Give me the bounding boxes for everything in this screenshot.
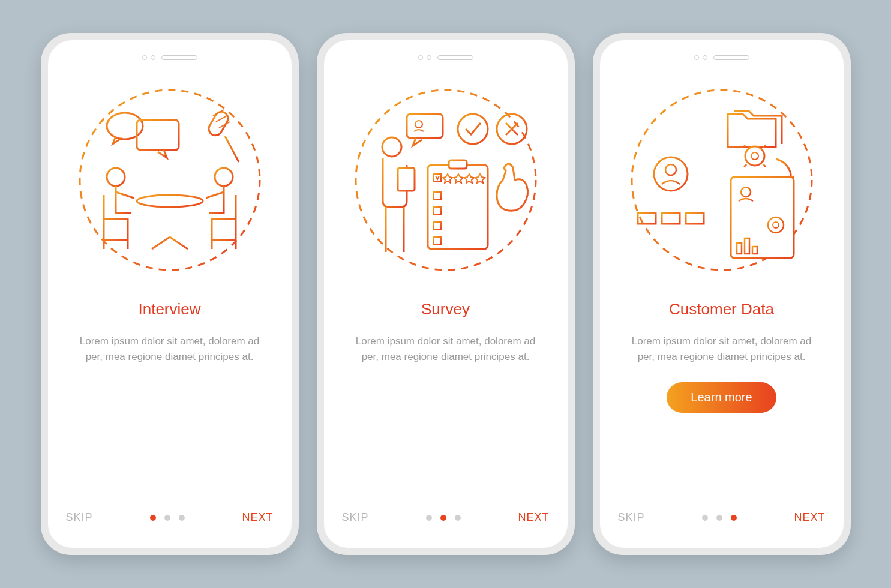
page-dot-1[interactable] [702, 515, 708, 521]
page-dot-2[interactable] [440, 515, 446, 521]
screen-description: Lorem ipsum dolor sit amet, dolorem ad p… [74, 334, 266, 364]
survey-illustration-icon [350, 81, 542, 279]
svg-rect-31 [434, 222, 441, 229]
screen-description: Lorem ipsum dolor sit amet, dolorem ad p… [626, 334, 818, 364]
svg-rect-55 [686, 213, 704, 224]
phone-frame-customer-data: Customer Data Lorem ipsum dolor sit amet… [593, 33, 851, 555]
customer-data-illustration-icon [626, 81, 818, 279]
page-dot-2[interactable] [164, 515, 170, 521]
screen-title: Customer Data [669, 300, 774, 319]
page-dot-3[interactable] [179, 515, 185, 521]
svg-point-61 [768, 217, 784, 233]
svg-rect-27 [434, 192, 441, 199]
page-dot-3[interactable] [731, 515, 737, 521]
phone-frame-interview: Interview Lorem ipsum dolor sit amet, do… [41, 33, 299, 555]
svg-point-46 [654, 157, 688, 191]
svg-point-15 [107, 168, 125, 186]
screen-interview: Interview Lorem ipsum dolor sit amet, do… [48, 40, 292, 548]
svg-line-43 [763, 164, 766, 167]
skip-button[interactable]: SKIP [342, 511, 369, 524]
svg-rect-29 [434, 207, 441, 214]
nav-row: SKIP NEXT [66, 511, 274, 524]
svg-point-22 [458, 114, 488, 144]
svg-point-18 [382, 137, 401, 157]
svg-point-36 [745, 146, 764, 166]
svg-line-44 [744, 164, 746, 167]
svg-rect-33 [434, 237, 441, 244]
svg-line-9 [216, 116, 227, 122]
next-button[interactable]: NEXT [518, 511, 549, 524]
svg-point-16 [215, 168, 233, 186]
nav-row: SKIP NEXT [342, 511, 550, 524]
learn-more-button[interactable]: Learn more [667, 382, 776, 413]
page-dot-3[interactable] [455, 515, 461, 521]
screen-survey: Survey Lorem ipsum dolor sit amet, dolor… [324, 40, 568, 548]
page-indicator [702, 515, 737, 521]
screen-description: Lorem ipsum dolor sit amet, dolorem ad p… [350, 334, 542, 364]
svg-rect-20 [407, 114, 443, 138]
page-indicator [150, 515, 185, 521]
svg-line-13 [152, 237, 170, 249]
skip-button[interactable]: SKIP [618, 511, 645, 524]
page-dot-2[interactable] [716, 515, 722, 521]
device-notch [694, 55, 749, 60]
skip-button[interactable]: SKIP [66, 511, 93, 524]
svg-rect-54 [662, 213, 680, 224]
phone-frame-survey: Survey Lorem ipsum dolor sit amet, dolor… [317, 33, 575, 555]
nav-row: SKIP NEXT [618, 511, 826, 524]
screen-title: Survey [421, 300, 470, 319]
page-dot-1[interactable] [426, 515, 432, 521]
svg-point-11 [137, 195, 203, 207]
svg-point-47 [665, 164, 676, 175]
screen-title: Interview [138, 300, 200, 319]
svg-line-8 [213, 110, 224, 116]
page-indicator [426, 515, 461, 521]
device-notch [418, 55, 473, 60]
device-notch [142, 55, 197, 60]
page-dot-1[interactable] [150, 515, 156, 521]
next-button[interactable]: NEXT [794, 511, 825, 524]
svg-line-14 [170, 237, 188, 249]
screen-customer-data: Customer Data Lorem ipsum dolor sit amet… [600, 40, 844, 548]
svg-point-21 [415, 121, 422, 128]
svg-rect-25 [449, 160, 467, 169]
interview-illustration-icon [74, 81, 266, 279]
svg-line-7 [225, 136, 239, 162]
next-button[interactable]: NEXT [242, 511, 273, 524]
svg-rect-19 [398, 168, 415, 191]
